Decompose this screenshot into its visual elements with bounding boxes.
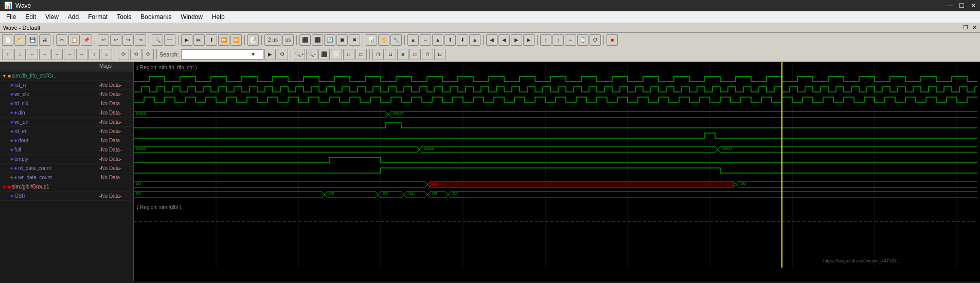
signal-row-group2[interactable]: ▼ ■ sim:/glbl/Group1 [0,182,133,192]
tb-r1[interactable]: ▲ [407,34,419,46]
menu-tools[interactable]: Tools [113,12,135,22]
tb2-10[interactable]: ⟳ [118,49,129,60]
menu-file[interactable]: File [2,12,20,22]
signal-row-group1[interactable]: ▼ ■ sim:/tb_fifo_ctrl/Gr... [0,71,133,81]
signal-row-rst-n[interactable]: ◆ rst_n -No Data- [0,81,133,90]
tb2-5[interactable]: ← [51,49,63,60]
minimize-btn[interactable]: — [947,2,953,9]
signal-row-wr-data-count[interactable]: + ◆ wr_data_count -No Data- [0,173,133,182]
tb-bar2[interactable]: ⏱ [590,34,601,46]
tb-undo2[interactable]: ↩ [110,34,121,46]
maximize-btn[interactable]: ☐ [959,2,965,9]
tb-sim2[interactable]: ⏭ [193,34,205,46]
signal-row-gsr[interactable]: ◆ GSR -No Data- [0,192,133,201]
expand-icon-din[interactable]: + [10,110,13,116]
tb2-wave6[interactable]: ⊔ [434,49,446,60]
search-input[interactable] [184,51,251,58]
signal-row-wr-clk[interactable]: ◆ wr_clk -No Data- [0,90,133,99]
tb2-zoom-area[interactable]: □ [343,49,354,60]
tb-bar1[interactable]: ⌚ [577,34,589,46]
tb-paste[interactable]: 📌 [81,34,92,46]
expand-icon-1[interactable]: ▼ [2,73,7,79]
tb-print[interactable]: 🖨 [39,34,50,46]
tb-new[interactable]: 📄 [2,34,13,46]
tb-sim3[interactable]: ⬆ [206,34,217,46]
tb-r4[interactable]: ⬆ [444,34,456,46]
tb2-wave2[interactable]: ⊔ [385,49,396,60]
tb2-wave1[interactable]: ⊓ [372,49,384,60]
tb-w2[interactable]: ⬛ [312,34,323,46]
tb2-wave4[interactable]: ▭ [409,49,421,60]
tb2-11[interactable]: ⟲ [130,49,141,60]
close-btn[interactable]: ✕ [971,2,976,9]
tb-r2[interactable]: ↔ [420,34,431,46]
tb-zoom1[interactable]: us [282,34,294,46]
menu-view[interactable]: View [41,12,63,22]
tb-nav3[interactable]: ▶ [511,34,522,46]
signal-row-empty[interactable]: ◆ empty -No Data- [0,155,133,164]
tb-redo2[interactable]: ↪ [135,34,146,46]
tb-undo[interactable]: ↩ [98,34,109,46]
tb2-4[interactable]: → [39,49,50,60]
menu-window[interactable]: Window [176,12,207,22]
tb-find[interactable]: 🔍 [152,34,163,46]
signal-row-full[interactable]: ◆ full -No Data- [0,145,133,155]
tb2-zoom-5[interactable]: ▭ [355,49,367,60]
tb2-2[interactable]: ↓ [14,49,26,60]
tb2-wave3[interactable]: ■ [397,49,408,60]
tb2-7[interactable]: ↔ [76,49,87,60]
tb2-9[interactable]: ⌂ [101,49,112,60]
signal-row-wr-en[interactable]: ◆ wr_en -No Data- [0,118,133,127]
tb-wave[interactable]: 〰 [164,34,175,46]
menu-format[interactable]: Format [84,12,112,22]
menu-help[interactable]: Help [208,12,229,22]
signal-row-rd-data-count[interactable]: + ◆ rd_data_count -No Data- [0,164,133,173]
tb-cursor[interactable]: ↕ [540,34,551,46]
tb-r5[interactable]: ⬇ [457,34,468,46]
expand-icon-2[interactable]: ▼ [2,184,7,190]
tb-log[interactable]: 📝 [247,34,259,46]
tb-nav1[interactable]: ◀ [486,34,497,46]
tb2-8[interactable]: ↕ [88,49,100,60]
tb-copy[interactable]: 📋 [68,34,80,46]
tb-w1[interactable]: ⬛ [299,34,311,46]
tb-red[interactable]: ■ [607,34,618,46]
tb-r3[interactable]: ▲ [432,34,443,46]
tb-g3[interactable]: 🔧 [390,34,402,46]
tb-cut[interactable]: ✂ [56,34,67,46]
tb2-s1[interactable]: ▶ [264,49,276,60]
tb-cursor2[interactable]: ↕ [553,34,564,46]
tb2-s2[interactable]: ⚙ [277,49,288,60]
tb-g2[interactable]: 🖐 [378,34,389,46]
tb-w3[interactable]: 🔄 [324,34,335,46]
tb-sim1[interactable]: ▶ [181,34,192,46]
sub-maximize[interactable]: ☐ [963,24,968,31]
tb2-12[interactable]: ⟳ [142,49,154,60]
tb2-zoom-full[interactable]: ⬛ [318,49,330,60]
tb2-wave5[interactable]: ⊓ [422,49,433,60]
tb-save[interactable]: 💾 [27,34,38,46]
menu-bookmarks[interactable]: Bookmarks [136,12,175,22]
search-box[interactable]: ▼ [181,49,263,60]
wave-panel[interactable]: ( Region: sim:/tb_fifo_ctrl ) 0005 0007 … [134,62,980,281]
expand-icon-wr-dc[interactable]: + [10,175,13,180]
tb2-3[interactable]: ← [27,49,38,60]
tb2-zoom-out[interactable]: 🔍- [306,49,317,60]
signal-row-rd-clk[interactable]: ◆ rd_clk -No Data- [0,99,133,108]
tb-nav4[interactable]: ▶ [523,34,534,46]
signal-row-rd-en[interactable]: ◆ rd_en -No Data- [0,127,133,136]
tb-sim5[interactable]: ⏩ [230,34,242,46]
signal-row-din[interactable]: + ◆ din -No Data- [0,108,133,118]
tb-w4[interactable]: ⏹ [336,34,348,46]
menu-edit[interactable]: Edit [21,12,40,22]
menu-add[interactable]: Add [64,12,83,22]
tb-time-display[interactable]: 2 us [264,34,281,46]
signal-row-dout[interactable]: + ◆ dout -No Data- [0,136,133,145]
tb-w5[interactable]: ✖ [349,34,360,46]
search-dropdown[interactable]: ▼ [251,51,256,57]
tb2-zoom-fit[interactable]: ⬜ [331,49,342,60]
tb-redo[interactable]: ↪ [122,34,134,46]
tb2-zoom-in[interactable]: 🔍+ [294,49,305,60]
tb-nav2[interactable]: ◀ [498,34,510,46]
expand-icon-rd-dc[interactable]: + [10,166,13,171]
